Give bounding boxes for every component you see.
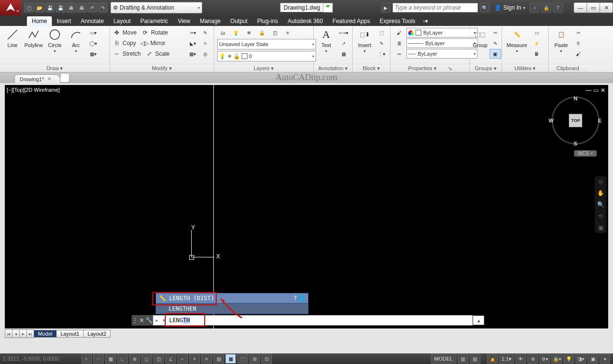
title-dropdown-icon[interactable]: [323, 3, 333, 12]
layer-off-icon[interactable]: 💡: [230, 28, 242, 37]
qp-icon[interactable]: ▦: [225, 354, 236, 364]
layout-tab-2[interactable]: Layout2: [83, 330, 110, 338]
annovis-icon[interactable]: 👁: [515, 354, 526, 364]
tab-insert[interactable]: Insert: [52, 16, 76, 26]
drawing-canvas[interactable]: [−][Top][2D Wireframe] — ▭ ✕ Y X TOP N E…: [5, 85, 608, 328]
snap-icon[interactable]: ⋯: [93, 354, 104, 364]
copy-clip-icon[interactable]: ⎘: [573, 38, 584, 48]
tab-parametric[interactable]: Parametric: [135, 16, 173, 26]
panel-title-groups[interactable]: Groups ▾: [470, 64, 502, 72]
otrack-icon[interactable]: ∠: [165, 354, 176, 364]
polar-icon[interactable]: ⊕: [129, 354, 140, 364]
pan-icon[interactable]: ✋: [597, 190, 604, 196]
doc-tab-drawing1[interactable]: Drawing1*✕: [14, 74, 61, 83]
customize-icon[interactable]: ▾: [600, 354, 610, 364]
viewcube-w[interactable]: W: [549, 118, 553, 123]
layer-prop-icon[interactable]: 🗂: [217, 28, 229, 37]
globe-icon[interactable]: 🌐: [298, 295, 305, 302]
panel-title-annotation[interactable]: Annotation ▾: [314, 64, 352, 72]
text-tool[interactable]: AText▾: [317, 28, 336, 53]
search-go-icon[interactable]: ▶: [381, 3, 391, 12]
new-icon[interactable]: ▢: [24, 3, 34, 12]
tab-extra-icon[interactable]: ▫▾: [420, 16, 431, 26]
match-prop-icon[interactable]: 🖌: [393, 28, 405, 37]
edit-attr-icon[interactable]: ⋮▾: [376, 49, 387, 59]
matchprop-icon[interactable]: 🖌: [573, 49, 584, 59]
tab-annotate[interactable]: Annotate: [76, 16, 109, 26]
layer-lock-icon[interactable]: 🔒: [256, 28, 268, 37]
exchange-icon[interactable]: ✕: [530, 3, 539, 12]
linetype-icon[interactable]: ≣: [393, 38, 405, 48]
minimize-button[interactable]: —: [574, 2, 587, 13]
ellipse-icon[interactable]: ◯▾: [87, 38, 99, 48]
annoscale-icon[interactable]: 🙍: [487, 354, 498, 364]
ws-switch-icon[interactable]: ⚙▾: [539, 354, 550, 364]
arc-tool[interactable]: Arc▾: [66, 28, 86, 53]
osnap-icon[interactable]: ◻: [141, 354, 152, 364]
suggest-item-lengthen[interactable]: LENGTHEN: [156, 303, 308, 314]
group-tool[interactable]: ⬚⬚Group: [473, 28, 488, 48]
cut-icon[interactable]: ✂: [573, 28, 584, 37]
fillet-icon[interactable]: ◣▾: [187, 38, 198, 48]
layout-tab-1[interactable]: Layout1: [56, 330, 84, 338]
plot-icon[interactable]: 🖶: [66, 3, 76, 12]
line-tool[interactable]: Line: [3, 28, 22, 48]
viewcube-face[interactable]: TOP: [569, 114, 582, 127]
annoauto-icon[interactable]: ⚙: [527, 354, 538, 364]
layer-iso-icon[interactable]: ◫: [269, 28, 281, 37]
calc-icon[interactable]: 🖩: [531, 49, 542, 59]
help-icon[interactable]: ?: [553, 3, 563, 12]
table-icon[interactable]: ▦: [338, 49, 349, 59]
save-icon[interactable]: 💾: [45, 3, 55, 12]
stretch-tool[interactable]: ↔Stretch: [113, 49, 141, 59]
panel-title-utilities[interactable]: Utilities ▾: [502, 64, 548, 72]
new-tab-button[interactable]: [60, 73, 70, 83]
panel-title-properties[interactable]: Properties ▾ ↘: [391, 64, 469, 72]
dimension-icon[interactable]: ⟼▾: [338, 28, 349, 37]
clean-screen-icon[interactable]: ▣: [588, 354, 598, 364]
close-small-icon[interactable]: ✕: [139, 317, 144, 324]
color-combo[interactable]: ByLayer▾: [406, 28, 478, 37]
quickview-icon[interactable]: ▤: [470, 354, 480, 364]
copy-tool[interactable]: ⎘Copy: [113, 38, 136, 48]
lineweight-combo[interactable]: ──ByLayer▾: [406, 49, 478, 59]
sc-icon[interactable]: ⬚: [237, 354, 248, 364]
tab-home[interactable]: Home: [27, 16, 52, 26]
erase-icon[interactable]: ✎: [199, 28, 211, 37]
search-input[interactable]: Type a keyword or phrase: [392, 3, 478, 12]
layout-grid-icon[interactable]: ▥: [458, 354, 468, 364]
lwt-icon[interactable]: ≡: [201, 354, 212, 364]
saveas-icon[interactable]: 💾: [56, 3, 65, 12]
fullnav-wheel-icon[interactable]: ◎: [598, 178, 603, 185]
layout-tab-model[interactable]: Model: [34, 330, 57, 338]
panel-title-modify[interactable]: Modify ▾: [110, 64, 214, 72]
orbit-icon[interactable]: ⟲: [598, 213, 603, 219]
close-tab-icon[interactable]: ✕: [47, 76, 51, 82]
am-icon[interactable]: ⊞: [249, 354, 260, 364]
scale-tool[interactable]: ⤢Scale: [146, 49, 170, 59]
group-bbox-icon[interactable]: ▣: [490, 49, 501, 59]
vp-minimize-icon[interactable]: —: [586, 87, 591, 94]
viewcube-s[interactable]: S: [574, 141, 577, 146]
infer-icon[interactable]: ⊦: [81, 354, 92, 364]
ducs-icon[interactable]: ⌐: [177, 354, 188, 364]
maximize-button[interactable]: ▭: [587, 2, 600, 13]
rotate-tool[interactable]: ⟳Rotate: [141, 28, 168, 37]
close-button[interactable]: ✕: [600, 2, 613, 13]
print-icon[interactable]: 🖶: [77, 3, 86, 12]
group-edit-icon[interactable]: ✎: [490, 38, 501, 48]
edit-block-icon[interactable]: ✎: [376, 38, 387, 48]
tab-autodesk360[interactable]: Autodesk 360: [283, 16, 328, 26]
redo-icon[interactable]: ↷: [98, 3, 108, 12]
isolate-icon[interactable]: ◨▾: [576, 354, 586, 364]
paste-tool[interactable]: 📋Paste▾: [552, 28, 571, 53]
model-space-button[interactable]: MODEL: [431, 354, 456, 364]
grid-icon[interactable]: ▦: [105, 354, 116, 364]
measure-tool[interactable]: 📏Measure▾: [505, 28, 529, 53]
ungroup-icon[interactable]: ✂: [490, 28, 501, 37]
viewcube-n[interactable]: N: [574, 96, 577, 101]
layout-first-icon[interactable]: |◂: [5, 329, 12, 338]
tab-output[interactable]: Output: [225, 16, 252, 26]
toolbar-lock-icon[interactable]: 🔒▾: [552, 354, 562, 364]
panel-title-draw[interactable]: Draw ▾: [0, 64, 110, 72]
